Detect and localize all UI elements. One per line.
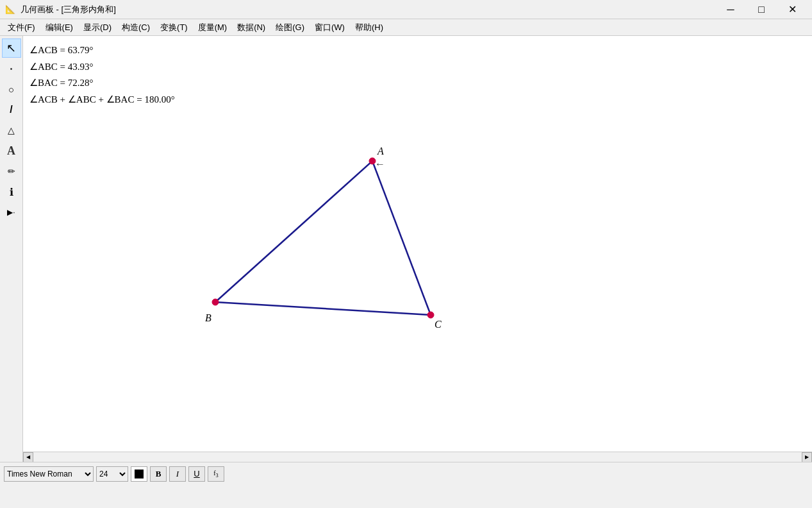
- angle-acb: ∠ACB = 63.79°: [29, 42, 175, 59]
- svg-text:B: B: [205, 312, 211, 323]
- menu-measure[interactable]: 度量(M): [193, 21, 233, 35]
- bottom-toolbar: Times New Roman 24 B I U f3: [0, 462, 812, 485]
- more-icon: ▶·: [7, 208, 15, 217]
- scroll-right-button[interactable]: ▶: [802, 452, 812, 462]
- point-tool[interactable]: •: [2, 59, 21, 78]
- point-icon: •: [10, 65, 13, 72]
- svg-text:C: C: [435, 319, 442, 330]
- svg-line-0: [215, 161, 372, 302]
- polygon-icon: △: [8, 125, 15, 135]
- menu-file[interactable]: 文件(F): [3, 21, 40, 35]
- horizontal-scrollbar[interactable]: ◀ ▶: [23, 452, 812, 462]
- menu-window[interactable]: 窗口(W): [310, 21, 350, 35]
- italic-button[interactable]: I: [169, 466, 186, 482]
- info-tool[interactable]: ℹ: [2, 182, 21, 201]
- maximize-button[interactable]: □: [747, 0, 776, 19]
- compass-tool[interactable]: ○: [2, 80, 21, 99]
- svg-point-6: [427, 312, 434, 318]
- svg-text:←: ←: [375, 158, 385, 169]
- select-tool[interactable]: ↖: [2, 38, 21, 58]
- window-title: 几何画板 - [三角形内角和]: [21, 4, 116, 15]
- menu-construct[interactable]: 构造(C): [117, 21, 155, 35]
- polygon-tool[interactable]: △: [2, 121, 21, 140]
- text-tool[interactable]: A: [2, 141, 21, 160]
- toolbar-left: ↖ • ○ / △ A ✏ ℹ ▶·: [0, 36, 23, 462]
- menu-help[interactable]: 帮助(H): [350, 21, 388, 35]
- line-icon: /: [10, 104, 12, 115]
- svg-point-5: [212, 299, 219, 305]
- menu-transform[interactable]: 变换(T): [155, 21, 193, 35]
- title-bar: 📐 几何画板 - [三角形内角和] ─ □ ✕: [0, 0, 812, 19]
- scroll-track[interactable]: [33, 452, 802, 462]
- angle-abc: ∠ABC = 43.93°: [29, 59, 175, 76]
- app-icon: 📐: [5, 4, 15, 14]
- title-bar-controls: ─ □ ✕: [716, 0, 807, 19]
- svg-point-4: [369, 158, 376, 164]
- angle-bac: ∠BAC = 72.28°: [29, 75, 175, 92]
- info-icon: ℹ: [10, 186, 13, 198]
- font-name-select[interactable]: Times New Roman: [4, 466, 94, 482]
- menu-data[interactable]: 数据(N): [232, 21, 270, 35]
- font-size-select[interactable]: 24: [96, 466, 128, 482]
- svg-text:A: A: [377, 146, 384, 157]
- arrow-icon: ↖: [6, 41, 16, 55]
- menu-graph[interactable]: 绘图(G): [270, 21, 310, 35]
- svg-rect-10: [135, 470, 144, 478]
- line-tool[interactable]: /: [2, 100, 21, 119]
- menu-bar: 文件(F) 编辑(E) 显示(D) 构造(C) 变换(T) 度量(M) 数据(N…: [0, 19, 812, 36]
- pencil-tool[interactable]: ✏: [2, 162, 21, 181]
- canvas-area[interactable]: ← A B C ∠ACB = 63.79° ∠ABC = 43.93° ∠BAC…: [23, 36, 812, 462]
- text-icon: A: [7, 144, 15, 158]
- compass-icon: ○: [8, 84, 14, 95]
- scroll-left-button[interactable]: ◀: [23, 452, 33, 462]
- menu-edit[interactable]: 编辑(E): [40, 21, 78, 35]
- color-swatch-icon: [135, 470, 144, 478]
- main-layout: ↖ • ○ / △ A ✏ ℹ ▶·: [0, 36, 812, 462]
- bold-button[interactable]: B: [150, 466, 167, 482]
- title-bar-left: 📐 几何画板 - [三角形内角和]: [5, 4, 116, 15]
- svg-line-2: [215, 302, 431, 315]
- menu-display[interactable]: 显示(D): [78, 21, 117, 35]
- color-picker-button[interactable]: [131, 466, 147, 482]
- angle-sum: ∠ACB + ∠ABC + ∠BAC = 180.00°: [29, 92, 175, 108]
- pencil-icon: ✏: [8, 166, 15, 176]
- underline-button[interactable]: U: [188, 466, 205, 482]
- formula-icon: f3: [213, 470, 219, 478]
- annotations: ∠ACB = 63.79° ∠ABC = 43.93° ∠BAC = 72.28…: [29, 42, 175, 108]
- more-tool[interactable]: ▶·: [2, 203, 21, 222]
- svg-line-1: [372, 161, 431, 315]
- formula-button[interactable]: f3: [208, 466, 224, 482]
- minimize-button[interactable]: ─: [716, 0, 745, 19]
- close-button[interactable]: ✕: [777, 0, 807, 19]
